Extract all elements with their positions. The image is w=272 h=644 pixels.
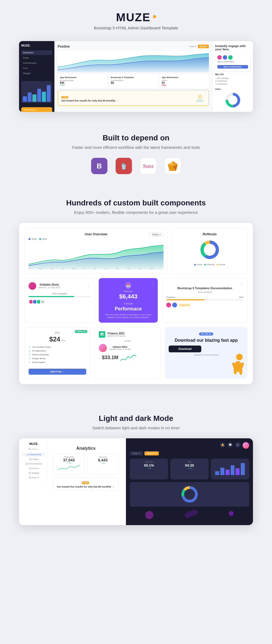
engage-avatar-2 bbox=[223, 55, 227, 60]
light-sidebar-pages: ⬜ Pages bbox=[23, 457, 45, 461]
hero-card-1-title: App Wireframes bbox=[60, 76, 105, 79]
section-components: Hundreds of custom built components Enjo… bbox=[0, 185, 272, 398]
light-content: Analytics Page views 37,543 ↑ 7% Top val… bbox=[50, 442, 122, 494]
svg-point-28 bbox=[236, 354, 243, 360]
finance-title: Finance 2021 bbox=[107, 332, 125, 335]
dark-stat-2-value: 04:20 bbox=[172, 463, 206, 467]
hero-section: MUZE. Dashboard Pages Authentication For… bbox=[0, 36, 272, 120]
gulp-cup: 🥤 bbox=[120, 162, 128, 170]
hero-card-3-title: App Wireframes bbox=[162, 76, 207, 79]
legend-label-2020: 2020 bbox=[32, 238, 36, 240]
dash-boot-title: Bootstrap 5 Templates Documentation bbox=[166, 286, 243, 290]
bootstrap-more-icon: ⋮ bbox=[166, 282, 243, 286]
boot-avatar-1 bbox=[166, 303, 171, 307]
header-subtitle: Bootstrap 5 HTML Admin Dashboard Templat… bbox=[5, 26, 267, 30]
dash-dribbble-header: Dribbble Shots Delivery - 11 Aug 2021 ⋮ bbox=[29, 282, 90, 290]
dark-stat-2: Avg 04:20 ↑ 4 min bbox=[170, 459, 209, 479]
sass-text: Sass bbox=[143, 162, 154, 170]
dash-boot-avatars: 5 days left bbox=[166, 303, 243, 307]
dark-stat-bars bbox=[211, 459, 249, 479]
dash-row2: Dribbble Shots Delivery - 11 Aug 2021 ⋮ … bbox=[24, 278, 248, 323]
dark-shape-sm-circle bbox=[229, 511, 234, 516]
purple-amount: $6,443 bbox=[103, 293, 154, 300]
refferals-donut-chart bbox=[199, 239, 221, 261]
finance-person-sub: Updated Today, 10:00 AM bbox=[109, 348, 131, 350]
dark-shape-pill bbox=[184, 509, 199, 519]
hero-card-2-sub: Documentation bbox=[111, 79, 156, 81]
built-subtitle: Faster and more efficient workflow with … bbox=[5, 145, 267, 150]
dark-header-icons: 🔔 💬 ⊞ bbox=[130, 442, 249, 449]
pro-start-button[interactable]: Start Free → bbox=[29, 369, 86, 375]
dash-pro-card: POPULAR Pro $24 /mo ✓ 12k monthly emails… bbox=[24, 327, 90, 379]
dash-boot-progress-bar bbox=[166, 299, 243, 300]
my-list-item3: ↗ xxxxxxxxxx bbox=[215, 83, 250, 85]
dash-row3: POPULAR Pro $24 /mo ✓ 12k monthly emails… bbox=[24, 327, 248, 379]
engage-avatar-1 bbox=[217, 55, 222, 60]
dark-stat-1: Avg Time 50.1% ↓ 2% bbox=[130, 459, 168, 479]
ref-dot-referral bbox=[204, 264, 206, 266]
hero-menu-dashboard: Dashboard bbox=[21, 50, 52, 55]
on-the-go-badge: ON THE GO bbox=[199, 332, 213, 335]
finance-sub: Updated Oct 9 by you bbox=[107, 335, 125, 337]
dash-dribbble-progress-bar bbox=[29, 296, 90, 297]
svg-text:Jul: Jul bbox=[94, 268, 96, 269]
dribbble-info: Dribbble Shots Delivery - 11 Aug 2021 bbox=[38, 283, 60, 289]
dash-dribbble-card: Dribbble Shots Delivery - 11 Aug 2021 ⋮ … bbox=[24, 278, 94, 323]
boot-avatar-2 bbox=[172, 303, 177, 307]
light-stat-2: Top value 6,443 ↑ 3% bbox=[87, 454, 119, 474]
purple-revenue-label: Revenue bbox=[103, 290, 154, 292]
dark-invite-button[interactable]: Invite ∨ bbox=[130, 451, 143, 455]
light-logo: MUZE. bbox=[23, 442, 45, 445]
hero-promo-illustration bbox=[194, 93, 205, 103]
hero-export-button[interactable]: Export bbox=[198, 45, 209, 48]
pro-price-row: $24 /mo bbox=[29, 335, 86, 343]
legend-dot-2021 bbox=[39, 238, 41, 240]
hero-promo-svg bbox=[194, 93, 205, 103]
finance-info: Finance 2021 Updated Oct 9 by you bbox=[107, 332, 125, 337]
purple-body-text: There are many variations of passages of… bbox=[103, 313, 154, 319]
hero-main-title: Festive bbox=[58, 44, 70, 48]
light-stats-row: Page views 37,543 ↑ 7% Top value 6,443 ↑… bbox=[53, 454, 118, 474]
hero-card-3-price: €5 bbox=[162, 81, 207, 84]
pro-price: $24 bbox=[49, 335, 60, 343]
svg-text:Apr: Apr bbox=[62, 268, 65, 270]
light-stat-2-value: 6,443 bbox=[90, 458, 116, 462]
dark-export-button[interactable]: Export ∨ bbox=[144, 451, 159, 455]
dark-bar-6 bbox=[241, 463, 245, 475]
download-button[interactable]: Download bbox=[169, 346, 201, 352]
ref-label-social: Social bbox=[219, 263, 225, 266]
dash-overview-title: User Overview bbox=[29, 232, 163, 236]
chart-bar-5 bbox=[42, 92, 46, 102]
dribbble-more-icon: ⋮ bbox=[86, 284, 90, 288]
light-stat-2-label: Top value bbox=[90, 456, 116, 458]
dash-refferals: Refferals Email bbox=[172, 228, 248, 274]
dash-ref-legend: Email Referral Social bbox=[176, 263, 243, 266]
engage-avatar-3 bbox=[228, 55, 233, 60]
light-promo-badge: LIVE bbox=[82, 481, 89, 484]
chart-bar-2 bbox=[28, 93, 32, 102]
finance-trend-chart bbox=[120, 354, 136, 362]
dark-chat-icon: 💬 bbox=[227, 442, 233, 448]
ref-dot-social bbox=[217, 264, 218, 266]
legend-item-2020: 2020 bbox=[29, 238, 36, 240]
header-section: MUZE Bootstrap 5 HTML Admin Dashboard Te… bbox=[0, 0, 272, 36]
dash-boot-progress-label: Progress 50% bbox=[166, 296, 243, 298]
popular-badge: POPULAR bbox=[75, 330, 87, 333]
hero-menu-auth: Authentication bbox=[21, 61, 52, 65]
dark-bar-3 bbox=[225, 470, 230, 475]
finance-icon: 📊 bbox=[99, 331, 105, 338]
hero-card-2: Bootstrap 5 Templates Documentation $8 bbox=[109, 75, 158, 88]
influx-donut bbox=[225, 92, 241, 108]
light-stat-1-sub: ↑ 7% bbox=[56, 462, 82, 464]
finance-amount: ↑ $33.1M bbox=[99, 354, 156, 362]
check-icon-5: ✓ bbox=[29, 361, 31, 364]
dash-today-button[interactable]: Today ∨ bbox=[149, 232, 163, 237]
light-stat-1-chart bbox=[56, 464, 82, 471]
check-icon-4: ✓ bbox=[29, 357, 31, 360]
pro-feature-3: ✓ Email scheduling bbox=[29, 353, 86, 356]
hero-wave-chart bbox=[58, 51, 209, 72]
engage-start-btn[interactable]: Start a conversation bbox=[217, 65, 248, 69]
hero-card-2-price: $8 bbox=[111, 81, 156, 84]
dark-bar-1 bbox=[215, 471, 219, 475]
modes-mockup: MUZE. 🔍 Search... ⬜ Dashboards ⬜ Pages ⬜… bbox=[19, 438, 253, 525]
